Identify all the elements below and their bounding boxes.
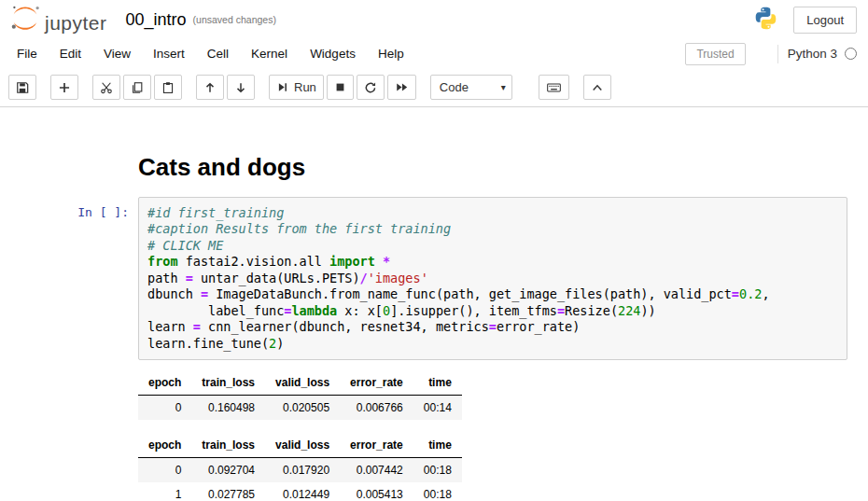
cell-type-select[interactable]: Code ▾: [430, 75, 512, 100]
kernel-separator: [777, 45, 778, 63]
code-cell: In [ ]: #id first_training#caption Resul…: [0, 197, 868, 361]
fast-forward-icon: [395, 81, 409, 93]
training-table: epochtrain_lossvalid_losserror_ratetime0…: [138, 434, 462, 501]
toolbar: Run Code ▾: [0, 69, 868, 107]
header: jupyter 00_intro (unsaved changes) Logou…: [0, 0, 868, 38]
restart-kernel-button[interactable]: [357, 75, 385, 100]
chevron-down-icon: ▾: [501, 82, 506, 92]
table-cell: 0.020505: [265, 396, 340, 421]
code-line: from fastai2.vision.all import *: [147, 254, 838, 271]
jupyter-logo[interactable]: jupyter: [9, 5, 107, 35]
table-cell: 00:14: [413, 396, 462, 421]
move-cell-down-button[interactable]: [227, 75, 255, 100]
table-header-cell: valid_loss: [265, 371, 340, 396]
restart-icon: [364, 81, 377, 94]
kernel-idle-icon: [845, 48, 857, 60]
table-header-cell: time: [413, 434, 462, 458]
menu-items: FileEditViewInsertCellKernelWidgetsHelp: [6, 41, 415, 66]
menu-item-edit[interactable]: Edit: [49, 41, 92, 66]
menu-item-cell[interactable]: Cell: [196, 41, 240, 66]
table-cell: 0.007442: [340, 458, 413, 483]
table-header-cell: epoch: [138, 371, 191, 396]
markdown-cell[interactable]: Cats and dogs: [0, 154, 868, 182]
menu-item-insert[interactable]: Insert: [142, 41, 196, 66]
table-cell: 0.160498: [191, 396, 265, 421]
table-header-cell: train_loss: [191, 434, 265, 458]
add-cell-button[interactable]: [50, 75, 78, 100]
cell-type-value: Code: [440, 80, 469, 94]
restart-run-all-button[interactable]: [387, 75, 416, 100]
menu-item-kernel[interactable]: Kernel: [240, 41, 299, 66]
move-cell-up-button[interactable]: [196, 75, 224, 100]
copy-cell-button[interactable]: [123, 75, 151, 100]
kernel-indicator: Python 3: [777, 45, 857, 63]
code-line: # CLICK ME: [147, 238, 838, 255]
stop-icon: [334, 81, 346, 93]
table-header-cell: error_rate: [340, 434, 413, 458]
floppy-icon: [16, 81, 29, 94]
code-editor[interactable]: #id first_training#caption Results from …: [138, 197, 847, 361]
table-header-cell: train_loss: [191, 371, 265, 396]
code-cell-prompt: In [ ]:: [0, 197, 138, 219]
table-cell: 0: [138, 396, 191, 421]
menu-item-file[interactable]: File: [6, 41, 49, 66]
command-palette-button[interactable]: [539, 75, 569, 100]
code-line: learn = cnn_learner(dbunch, resnet34, me…: [147, 319, 838, 336]
code-line: path = untar_data(URLs.PETS)/'images': [147, 271, 838, 287]
paste-cell-button[interactable]: [154, 75, 182, 100]
jupyter-logo-icon: [9, 5, 41, 35]
plus-icon: [58, 81, 71, 94]
trusted-badge[interactable]: Trusted: [685, 43, 745, 65]
menu-item-help[interactable]: Help: [367, 41, 415, 66]
markdown-cell-prompt: [0, 154, 138, 162]
menu-item-view[interactable]: View: [92, 41, 142, 66]
code-line: #id first_training: [147, 205, 838, 222]
code-line: label_func=lambda x: x[0].isupper(), ite…: [147, 303, 838, 320]
table-cell: 0.092704: [191, 458, 265, 483]
code-line: learn.fine_tune(2): [147, 336, 838, 353]
table-cell: 00:18: [413, 458, 462, 483]
code-line: dbunch = ImageDataBunch.from_name_func(p…: [147, 286, 838, 303]
table-cell: 0.012449: [265, 482, 340, 501]
menu-bar: FileEditViewInsertCellKernelWidgetsHelp …: [0, 38, 868, 69]
run-button-label: Run: [294, 80, 316, 94]
notebook-area: Cats and dogs In [ ]: #id first_training…: [0, 107, 868, 501]
keyboard-icon: [546, 81, 562, 94]
table-row: 00.0927040.0179200.00744200:18: [138, 458, 462, 483]
table-cell: 0.005413: [340, 482, 413, 501]
menu-item-widgets[interactable]: Widgets: [299, 41, 367, 66]
kernel-name: Python 3: [788, 47, 837, 61]
run-button[interactable]: Run: [269, 75, 324, 100]
stop-button[interactable]: [327, 75, 354, 100]
notebook-title[interactable]: 00_intro: [126, 11, 187, 29]
table-header-cell: error_rate: [340, 371, 413, 396]
jupyter-logo-text: jupyter: [45, 13, 107, 35]
table-cell: 00:18: [413, 482, 462, 501]
logout-button[interactable]: Logout: [793, 7, 857, 34]
arrow-down-icon: [234, 81, 247, 94]
table-cell: 0.006766: [340, 396, 413, 421]
toolbar-collapse-button[interactable]: [583, 75, 611, 100]
paste-icon: [161, 81, 175, 94]
chevron-up-icon: [591, 82, 604, 93]
table-header-cell: epoch: [138, 434, 191, 458]
autosave-status: (unsaved changes): [193, 14, 276, 25]
cell-outputs: epochtrain_lossvalid_losserror_ratetime0…: [138, 371, 868, 501]
table-cell: 0: [138, 458, 191, 483]
table-cell: 0.027785: [191, 482, 265, 501]
arrow-up-icon: [203, 81, 217, 94]
table-header-cell: time: [413, 371, 462, 396]
run-icon: [276, 81, 288, 93]
training-table: epochtrain_lossvalid_losserror_ratetime0…: [138, 371, 462, 420]
table-header-cell: valid_loss: [265, 434, 340, 458]
table-cell: 1: [138, 482, 191, 501]
code-line: #caption Results from the first training: [147, 221, 838, 238]
markdown-heading: Cats and dogs: [138, 154, 847, 182]
table-cell: 0.017920: [265, 458, 340, 483]
save-button[interactable]: [8, 75, 36, 100]
table-row: 10.0277850.0124490.00541300:18: [138, 482, 462, 501]
python-logo-icon: [753, 6, 778, 35]
table-row: 00.1604980.0205050.00676600:14: [138, 396, 462, 421]
cut-cell-button[interactable]: [92, 75, 120, 100]
scissors-icon: [100, 81, 113, 94]
